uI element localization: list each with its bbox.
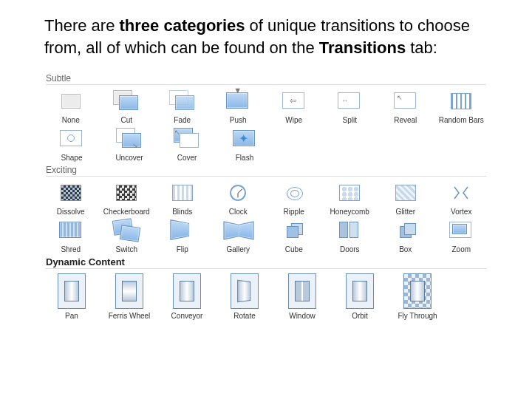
- random-bars-icon: [442, 88, 480, 115]
- exciting-row-1: Dissolve Checkerboard Blinds Clock Rippl…: [46, 180, 486, 216]
- label: Reveal: [394, 116, 417, 124]
- checkerboard-icon: [107, 180, 146, 206]
- label: Honeycomb: [330, 208, 369, 216]
- flash-icon: ✦: [225, 126, 264, 152]
- label: Pan: [65, 312, 78, 320]
- transition-split[interactable]: ↔ Split: [325, 88, 375, 124]
- transition-pan[interactable]: Pan: [46, 272, 98, 320]
- label: Fade: [174, 116, 191, 124]
- label: Push: [230, 116, 247, 124]
- transition-honeycomb[interactable]: Honeycomb: [325, 180, 375, 216]
- label: Gallery: [226, 245, 250, 253]
- blinds-icon: [163, 180, 202, 206]
- transition-fly-through[interactable]: Fly Through: [392, 272, 443, 320]
- transition-push[interactable]: ▼ Push: [214, 88, 264, 124]
- transition-flash[interactable]: ✦ Flash: [219, 126, 270, 162]
- wipe-icon: ⇦: [275, 88, 313, 115]
- dynamic-row: Pan Ferris Wheel Conveyor Rotate Window: [46, 272, 486, 320]
- label: Doors: [340, 245, 360, 253]
- label: Window: [289, 312, 316, 320]
- uncover-icon: ↘: [110, 126, 149, 152]
- zoom-icon: [442, 217, 480, 244]
- gallery-icon: [219, 217, 257, 244]
- transition-box[interactable]: Box: [381, 217, 431, 253]
- doors-icon: [330, 217, 369, 244]
- label: Rotate: [233, 312, 255, 320]
- vortex-icon: [442, 180, 480, 206]
- label: Vortex: [451, 208, 471, 216]
- ferris-wheel-icon: [110, 272, 149, 310]
- label: Random Bars: [439, 116, 484, 124]
- label: None: [62, 116, 80, 124]
- exciting-row-2: Shred Switch Flip Gallery: [46, 217, 486, 253]
- label: Ripple: [284, 208, 304, 216]
- subtle-row-2: Shape ↘ Uncover ↖ Cover ✦ Flash: [46, 126, 486, 162]
- transition-cube[interactable]: Cube: [269, 217, 319, 253]
- transition-zoom[interactable]: Zoom: [437, 217, 487, 253]
- dissolve-icon: [52, 180, 90, 206]
- label: Glitter: [395, 208, 415, 216]
- orbit-icon: [341, 272, 379, 310]
- split-icon: ↔: [330, 88, 369, 115]
- transition-orbit[interactable]: Orbit: [334, 272, 386, 320]
- label: Checkerboard: [103, 208, 150, 216]
- transition-ferris-wheel[interactable]: Ferris Wheel: [103, 272, 155, 320]
- label: Blinds: [172, 208, 192, 216]
- transition-vortex[interactable]: Vortex: [437, 180, 487, 216]
- transition-ripple[interactable]: Ripple: [269, 180, 319, 216]
- label: Shred: [61, 245, 81, 253]
- transition-shape[interactable]: Shape: [46, 126, 98, 162]
- rotate-icon: [225, 272, 264, 310]
- reveal-icon: ↖: [386, 88, 425, 115]
- transition-clock[interactable]: Clock: [214, 180, 264, 216]
- transition-blinds[interactable]: Blinds: [157, 180, 208, 216]
- glitter-icon: [386, 180, 425, 206]
- cube-icon: [275, 217, 313, 244]
- label: Flash: [236, 154, 253, 162]
- transition-shred[interactable]: Shred: [46, 217, 96, 253]
- transition-window[interactable]: Window: [276, 272, 328, 320]
- label: Switch: [116, 245, 137, 253]
- subtle-row-1: None Cut Fade ▼ Push ⇦: [46, 88, 486, 124]
- intro-prefix: There are: [44, 16, 120, 35]
- transition-reveal[interactable]: ↖ Reveal: [381, 88, 431, 124]
- transition-glitter[interactable]: Glitter: [381, 180, 431, 216]
- transition-fade[interactable]: Fade: [157, 88, 208, 124]
- transition-rotate[interactable]: Rotate: [219, 272, 270, 320]
- fade-icon: [163, 88, 202, 115]
- transition-wipe[interactable]: ⇦ Wipe: [269, 88, 319, 124]
- transitions-gallery: Subtle None Cut Fade ▼: [0, 72, 532, 320]
- transition-flip[interactable]: Flip: [157, 217, 208, 253]
- label: Uncover: [115, 154, 143, 162]
- transition-checkerboard[interactable]: Checkerboard: [102, 180, 152, 216]
- transition-gallery[interactable]: Gallery: [214, 217, 264, 253]
- transition-dissolve[interactable]: Dissolve: [46, 180, 96, 216]
- transition-switch[interactable]: Switch: [102, 217, 152, 253]
- label: Flip: [177, 245, 188, 253]
- push-icon: ▼: [219, 88, 257, 115]
- label: Split: [343, 116, 357, 124]
- label: Fly Through: [398, 312, 437, 320]
- label: Cover: [177, 154, 197, 162]
- category-header-dynamic: Dynamic Content: [46, 255, 486, 269]
- label: Cut: [120, 116, 132, 124]
- label: Ferris Wheel: [109, 312, 151, 320]
- category-header-subtle: Subtle: [46, 72, 486, 85]
- box-icon: [386, 217, 425, 244]
- transition-doors[interactable]: Doors: [325, 217, 375, 253]
- transition-cover[interactable]: ↖ Cover: [161, 126, 213, 162]
- transition-uncover[interactable]: ↘ Uncover: [103, 126, 155, 162]
- fly-through-icon: [398, 272, 437, 310]
- intro-bold-1: three categories: [120, 16, 245, 35]
- intro-text: There are three categories of unique tra…: [0, 0, 532, 70]
- window-icon: [283, 272, 321, 310]
- transition-cut[interactable]: Cut: [102, 88, 152, 124]
- label: Clock: [229, 208, 248, 216]
- transition-random-bars[interactable]: Random Bars: [437, 88, 487, 124]
- shape-icon: [52, 126, 91, 152]
- intro-suffix: tab:: [406, 38, 437, 57]
- transition-none[interactable]: None: [46, 88, 96, 124]
- label: Shape: [61, 154, 83, 162]
- pan-icon: [52, 272, 91, 310]
- transition-conveyor[interactable]: Conveyor: [161, 272, 213, 320]
